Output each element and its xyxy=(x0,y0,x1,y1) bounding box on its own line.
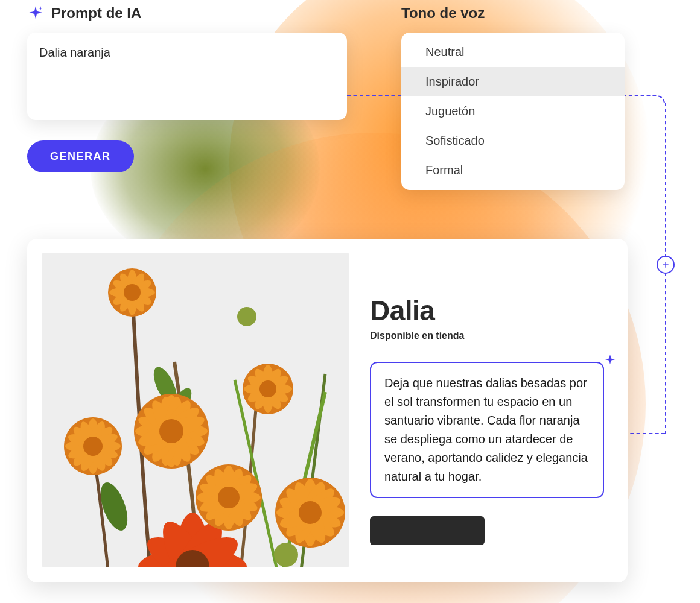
description-wrapper: Deja que nuestras dalias besadas por el … xyxy=(370,362,613,498)
connector-line xyxy=(623,95,665,104)
svg-point-42 xyxy=(159,419,183,443)
prompt-input[interactable] xyxy=(27,33,347,120)
svg-point-62 xyxy=(299,501,322,524)
generate-button[interactable]: GENERAR xyxy=(27,140,134,172)
svg-point-52 xyxy=(218,487,240,508)
product-details: Dalia Disponible en tienda Deja que nues… xyxy=(370,253,613,568)
tone-option-formal[interactable]: Formal xyxy=(401,156,625,185)
sparkle-icon xyxy=(27,5,44,22)
tone-option-inspirador[interactable]: Inspirador xyxy=(401,67,625,96)
sparkle-icon xyxy=(603,353,617,367)
product-preview-card: Dalia Disponible en tienda Deja que nues… xyxy=(27,239,628,582)
tone-option-jugueton[interactable]: Juguetón xyxy=(401,96,625,126)
prompt-label: Prompt de IA xyxy=(51,5,141,22)
prompt-section: Prompt de IA GENERAR xyxy=(27,5,347,172)
product-subtitle: Disponible en tienda xyxy=(370,330,613,341)
cta-button-placeholder[interactable] xyxy=(370,516,485,545)
tone-dropdown[interactable]: Neutral Inspirador Juguetón Sofisticado … xyxy=(401,33,625,190)
connector-line xyxy=(347,95,401,96)
prompt-header: Prompt de IA xyxy=(27,5,347,22)
tone-option-neutral[interactable]: Neutral xyxy=(401,37,625,67)
svg-point-72 xyxy=(274,543,298,567)
plus-icon xyxy=(657,256,675,274)
tone-label: Tono de voz xyxy=(401,5,625,22)
product-image xyxy=(42,253,349,567)
svg-point-70 xyxy=(259,380,276,397)
svg-point-20 xyxy=(124,284,141,301)
tone-option-sofisticado[interactable]: Sofisticado xyxy=(401,126,625,156)
svg-point-30 xyxy=(83,437,103,456)
svg-point-71 xyxy=(237,307,256,326)
product-title: Dalia xyxy=(370,294,613,327)
generated-description[interactable]: Deja que nuestras dalias besadas por el … xyxy=(370,362,604,498)
tone-section: Tono de voz Neutral Inspirador Juguetón … xyxy=(401,5,625,190)
